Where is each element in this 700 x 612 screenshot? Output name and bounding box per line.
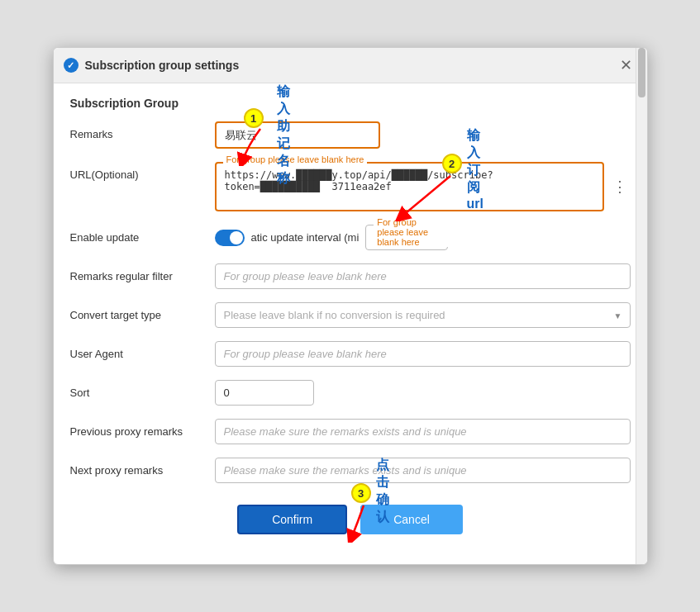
user-agent-input[interactable] [215, 341, 631, 367]
close-button[interactable]: ✕ [615, 55, 637, 76]
interval-container: atic update interval (mi For group pleas… [215, 225, 631, 250]
prev-proxy-input[interactable] [215, 419, 631, 444]
title-bar: ✓ Subscription group settings ✕ [54, 48, 647, 83]
interval-label-text: atic update interval (mi [251, 231, 360, 244]
url-row: URL(Optional) For group please leave bla… [70, 162, 631, 211]
remarks-filter-input[interactable] [215, 263, 631, 289]
remarks-field [215, 121, 631, 149]
next-proxy-row: Next proxy remarks [70, 458, 631, 483]
enable-update-toggle[interactable] [215, 230, 245, 246]
title-left: ✓ Subscription group settings [64, 58, 240, 73]
next-proxy-label: Next proxy remarks [70, 458, 215, 477]
toggle-knob [230, 231, 243, 244]
prev-proxy-field [215, 419, 631, 444]
remarks-row: Remarks [70, 121, 631, 149]
sort-row: Sort [70, 380, 631, 406]
convert-target-field: Please leave blank if no conversion is r… [215, 302, 631, 328]
sort-label: Sort [70, 380, 215, 399]
dialog-title: Subscription group settings [85, 59, 240, 72]
confirm-button[interactable]: Confirm [237, 505, 347, 534]
convert-target-select[interactable]: Please leave blank if no conversion is r… [215, 302, 631, 328]
sort-input[interactable] [215, 380, 314, 406]
enable-update-field: atic update interval (mi For group pleas… [215, 225, 631, 250]
dialog-icon: ✓ [64, 58, 79, 73]
subscription-dialog: ✓ Subscription group settings ✕ Subscrip… [53, 47, 648, 565]
remarks-label: Remarks [70, 121, 215, 140]
convert-target-row: Convert target type Please leave blank i… [70, 302, 631, 328]
remarks-input[interactable] [215, 121, 380, 149]
section-heading: Subscription Group [70, 97, 631, 110]
prev-proxy-label: Previous proxy remarks [70, 419, 215, 438]
user-agent-row: User Agent [70, 341, 631, 367]
enable-update-label: Enable update [70, 225, 215, 244]
sort-field [215, 380, 631, 406]
next-proxy-input[interactable] [215, 458, 631, 483]
interval-input[interactable] [365, 225, 448, 250]
dialog-footer: Confirm Cancel [70, 496, 631, 534]
url-menu-button[interactable]: ⋮ [609, 174, 631, 199]
url-field: For group please leave blank here https:… [215, 162, 631, 211]
cancel-button[interactable]: Cancel [360, 505, 463, 534]
enable-update-row: Enable update atic update interval (mi F… [70, 225, 631, 250]
convert-target-select-wrapper: Please leave blank if no conversion is r… [215, 302, 631, 328]
user-agent-label: User Agent [70, 341, 215, 360]
url-input-container: https://www.██████y.top/api/██████/subsc… [215, 162, 631, 211]
url-field-wrapper: For group please leave blank here https:… [215, 162, 631, 211]
next-proxy-field [215, 458, 631, 483]
remarks-filter-label: Remarks regular filter [70, 263, 215, 282]
remarks-filter-field [215, 263, 631, 289]
remarks-filter-row: Remarks regular filter [70, 263, 631, 289]
user-agent-field [215, 341, 631, 367]
prev-proxy-row: Previous proxy remarks [70, 419, 631, 444]
url-textarea[interactable]: https://www.██████y.top/api/██████/subsc… [215, 162, 604, 211]
interval-wrapper: For group please leave blank here [365, 225, 448, 250]
dialog-body: Subscription Group 输入助记名称 1 输入订阅url 2 [54, 83, 647, 548]
url-label: URL(Optional) [70, 162, 215, 181]
convert-target-label: Convert target type [70, 302, 215, 321]
